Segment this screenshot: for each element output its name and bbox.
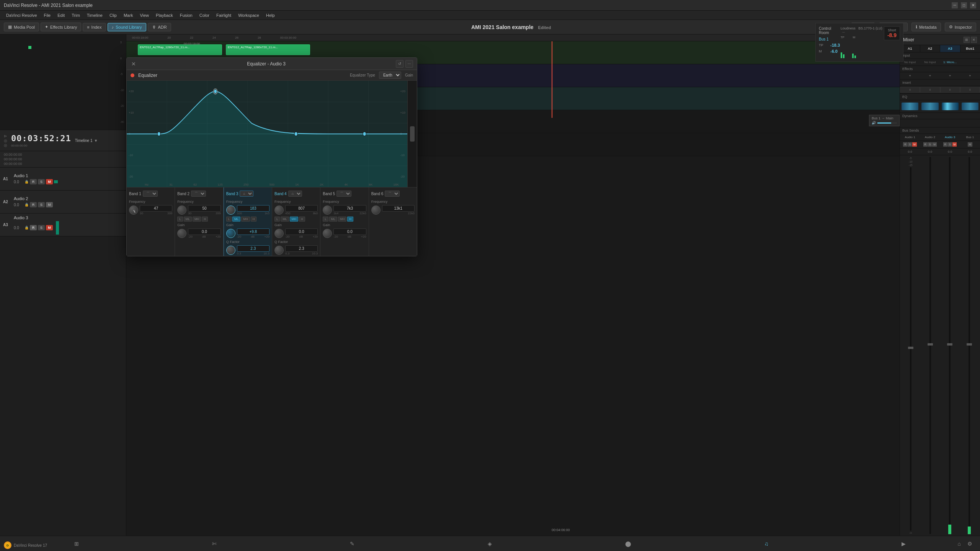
menu-timeline[interactable]: Timeline xyxy=(84,12,106,19)
eq-band-3-freq-val[interactable]: 183 xyxy=(237,205,270,212)
eq-band-4-gain-knob[interactable] xyxy=(274,229,284,238)
bottom-color[interactable]: ⬤ xyxy=(625,541,631,547)
eq-type-select[interactable]: Earth Air Fire xyxy=(379,72,401,79)
mixer-expand-button[interactable]: ⊞ xyxy=(964,37,970,43)
eq-band-5-gain-val[interactable]: 0.0 xyxy=(333,228,366,235)
mixer-fader-a2-track[interactable] xyxy=(929,157,931,534)
metadata-button[interactable]: ℹ Metadata xyxy=(911,23,941,31)
menu-workspace[interactable]: Workspace xyxy=(235,12,262,19)
inspector-button[interactable]: ⚙ Inspector xyxy=(945,23,976,31)
index-button[interactable]: ≡ Index xyxy=(83,23,106,31)
eq-band-2-type-select[interactable]: ⌒ xyxy=(191,191,206,197)
eq-band-2-mode-h[interactable]: H xyxy=(202,217,208,222)
menu-clip[interactable]: Clip xyxy=(106,12,120,19)
track-a2-r-button[interactable]: R xyxy=(30,202,37,207)
menu-playback[interactable]: Playback xyxy=(153,12,176,19)
eq-band-4-type-select[interactable]: ⌂ xyxy=(288,191,302,197)
eq-band-6-freq-val[interactable]: 13k1 xyxy=(382,205,415,212)
eq-band-3-mode-mh[interactable]: MH xyxy=(241,217,250,222)
eq-band-2-mode-ml[interactable]: ML xyxy=(184,217,192,222)
eq-close-button[interactable]: ✕ xyxy=(131,61,137,67)
eq-band-4-mode-l[interactable]: L xyxy=(274,217,280,222)
mixer-fader-a3[interactable] xyxy=(941,157,959,534)
mixer-insert-a1[interactable]: I xyxy=(900,87,920,93)
menu-davinci[interactable]: DaVinci Resolve xyxy=(3,12,40,19)
eq-band-5-mode-h[interactable]: H xyxy=(347,217,353,222)
bottom-fusion[interactable]: ◈ xyxy=(488,541,492,547)
eq-band-3-freq-knob[interactable] xyxy=(226,205,235,215)
sound-library-button[interactable]: ♪ Sound Library xyxy=(108,23,146,31)
eq-band-4-mode-ml[interactable]: ML xyxy=(281,217,289,222)
mixer-fader-a3-track[interactable] xyxy=(949,157,951,534)
mixer-a2-s-btn[interactable]: S xyxy=(928,142,932,147)
eq-enabled-indicator[interactable] xyxy=(131,73,134,77)
mixer-a2-r-btn[interactable]: R xyxy=(923,142,928,147)
eq-curve-svg[interactable] xyxy=(127,81,417,187)
menu-edit[interactable]: Edit xyxy=(54,12,68,19)
eq-band-4-freq-val[interactable]: 807 xyxy=(285,205,318,212)
eq-frequency-display[interactable]: +20 +10 0 -10 -20 +20 +10 0 -10 -20 xyxy=(127,81,417,187)
eq-band-2-freq-val[interactable]: 50 xyxy=(188,205,220,212)
close-button[interactable]: ✕ xyxy=(970,2,976,8)
eq-band-5-gain-knob[interactable] xyxy=(323,229,332,238)
bottom-cut[interactable]: ✄ xyxy=(212,541,217,547)
eq-band-3-mode-h[interactable]: H xyxy=(251,217,257,222)
mixer-a1-s-btn[interactable]: S xyxy=(908,142,912,147)
eq-band-5-type-select[interactable]: ⌒ xyxy=(336,191,351,197)
eq-band-2-gain-val[interactable]: 0.0 xyxy=(188,228,220,235)
mixer-fader-a2[interactable] xyxy=(921,157,939,534)
track-a3-m-button[interactable]: M xyxy=(46,225,53,230)
eq-band-1-type-select[interactable]: ⌒ xyxy=(143,191,158,197)
mixer-eq-bus1[interactable] xyxy=(960,101,980,112)
bottom-edit[interactable]: ✎ xyxy=(350,541,354,547)
eq-scroll-handle[interactable] xyxy=(410,126,415,142)
eq-band-3-gain-knob[interactable] xyxy=(226,229,235,238)
bottom-home[interactable]: ⌂ xyxy=(958,541,961,547)
eq-band-3-q-val[interactable]: 2.3 xyxy=(237,245,270,252)
bottom-settings[interactable]: ⚙ xyxy=(967,541,972,547)
eq-band-2-mode-l[interactable]: L xyxy=(177,217,183,222)
menu-help[interactable]: Help xyxy=(263,12,278,19)
eq-band-6-type-select[interactable]: ⌒ xyxy=(385,191,400,197)
mixer-fader-bus1-track[interactable] xyxy=(969,157,970,534)
eq-band-4-mode-h[interactable]: H xyxy=(299,217,305,222)
clip-1[interactable]: ENT012_ALTRap_1280x720_11.m... xyxy=(138,44,222,55)
eq-band-3-gain-val[interactable]: +9.8 xyxy=(237,228,270,235)
menu-mark[interactable]: Mark xyxy=(121,12,136,19)
eq-band-4-q-val[interactable]: 2.3 xyxy=(285,245,318,252)
eq-band-3-mode-l[interactable]: L xyxy=(226,217,232,222)
eq-band-4-gain-val[interactable]: 0.0 xyxy=(285,228,318,235)
mixer-a3-r-btn[interactable]: R xyxy=(943,142,947,147)
track-a3-r-button[interactable]: R xyxy=(30,225,37,230)
eq-band-4-q-knob[interactable] xyxy=(274,246,284,255)
eq-band-5-mode-ml[interactable]: ML xyxy=(329,217,337,222)
eq-band-3-mode-ml[interactable]: ML xyxy=(232,217,240,222)
eq-band-2-gain-knob[interactable] xyxy=(177,229,186,238)
menu-trim[interactable]: Trim xyxy=(69,12,83,19)
eq-band-1-freq-knob[interactable] xyxy=(129,205,138,215)
clip-2[interactable]: ENT012_ALTRap_1280x720_11.m... xyxy=(226,44,310,55)
mixer-bus1-m-btn[interactable]: M xyxy=(968,142,972,147)
media-pool-button[interactable]: ▦ Media Pool xyxy=(4,23,39,31)
mixer-a1-r-btn[interactable]: R xyxy=(903,142,907,147)
mixer-insert-a2[interactable]: I xyxy=(920,87,940,93)
timeline-select-area[interactable]: Timeline 1 ▼ xyxy=(75,139,98,143)
timeline-dropdown-icon[interactable]: ▼ xyxy=(94,139,98,143)
mixer-eq-a3[interactable] xyxy=(940,101,960,112)
mixer-a2-m-btn[interactable]: M xyxy=(932,142,937,147)
eq-band-5-mode-mh[interactable]: MH xyxy=(338,217,346,222)
menu-fairlight[interactable]: Fairlight xyxy=(213,12,234,19)
bottom-fairlight[interactable]: ♫ xyxy=(764,541,769,547)
minimize-button[interactable]: ─ xyxy=(952,2,958,8)
menu-fusion[interactable]: Fusion xyxy=(177,12,196,19)
bottom-media-pool[interactable]: ⊞ xyxy=(74,541,79,547)
mixer-eq-a1[interactable] xyxy=(900,101,920,112)
mixer-a3-m-btn[interactable]: M xyxy=(952,142,957,147)
effects-library-button[interactable]: ✦ Effects Library xyxy=(41,23,81,31)
track-a1-r-button[interactable]: R xyxy=(30,179,37,184)
mixer-fader-a1-track[interactable] xyxy=(910,167,911,531)
mixer-a3-s-btn[interactable]: S xyxy=(948,142,952,147)
track-a1-s-button[interactable]: S xyxy=(38,179,45,184)
eq-band-5-freq-knob[interactable] xyxy=(323,205,332,215)
eq-band-2-mode-mh[interactable]: MH xyxy=(193,217,201,222)
